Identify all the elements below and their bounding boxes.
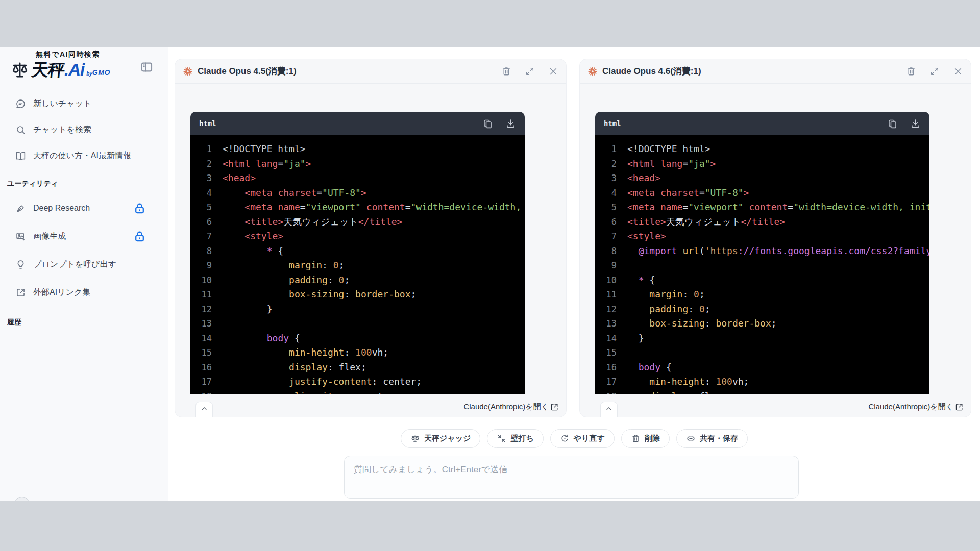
sidebar-toggle-icon[interactable] bbox=[140, 60, 154, 74]
code-actions bbox=[482, 118, 516, 129]
copy-code-icon[interactable] bbox=[887, 118, 898, 129]
toolbar-button-balance[interactable]: 天秤ジャッジ bbox=[401, 429, 480, 448]
lock-icon bbox=[133, 202, 146, 215]
line-number: 4 bbox=[190, 186, 212, 201]
collapse-panel-tab[interactable] bbox=[195, 402, 213, 417]
line-number: 18 bbox=[190, 389, 212, 395]
line-number: 12 bbox=[595, 302, 617, 317]
code-text: padding: 0; bbox=[627, 304, 710, 314]
line-number: 7 bbox=[595, 229, 617, 244]
code-actions bbox=[887, 118, 921, 129]
panel-title: Claude Opus 4.5(消費:1) bbox=[198, 65, 297, 77]
link-icon bbox=[686, 434, 696, 443]
panel-header: Claude Opus 4.6(消費:1) bbox=[580, 59, 971, 84]
code-line: 8 @import url('https://fonts.googleapis.… bbox=[595, 244, 929, 259]
close-panel-icon[interactable] bbox=[953, 66, 963, 77]
deep-research-icon bbox=[15, 203, 26, 214]
code-line: 1<!DOCTYPE html> bbox=[595, 142, 929, 157]
sidebar: 無料でAI同時検索 天秤 .Ai by GMO 新しいチャットチャットを検索天秤… bbox=[0, 47, 168, 501]
claude-starburst-icon bbox=[587, 66, 598, 77]
code-text: <head> bbox=[223, 172, 256, 183]
code-line: 13 bbox=[190, 316, 525, 331]
expand-panel-icon[interactable] bbox=[929, 66, 940, 77]
open-in-provider-link[interactable]: Claude(Anthropic)を開く bbox=[463, 402, 559, 412]
code-text: body { bbox=[223, 333, 300, 343]
line-number: 18 bbox=[595, 389, 617, 395]
code-line: 18 align-items: center; bbox=[190, 389, 525, 395]
composer bbox=[344, 456, 799, 499]
code-line: 9 bbox=[595, 258, 929, 273]
code-line: 12 padding: 0; bbox=[595, 302, 929, 317]
app-logo[interactable]: 天秤 .Ai by GMO bbox=[10, 59, 110, 81]
code-text: box-sizing: border-box; bbox=[223, 289, 416, 299]
code-body[interactable]: 1<!DOCTYPE html>2<html lang="ja">3<head>… bbox=[595, 135, 929, 394]
line-number: 5 bbox=[595, 200, 617, 215]
collapse-icon bbox=[497, 434, 506, 443]
code-text: <title>天気ウィジェット</title> bbox=[627, 216, 785, 227]
sidebar-item[interactable]: 新しいチャット bbox=[0, 96, 168, 111]
open-link-label: Claude(Anthropic)を開く bbox=[868, 402, 953, 412]
close-panel-icon[interactable] bbox=[548, 66, 558, 77]
sidebar-item-label: プロンプトを呼び出す bbox=[33, 259, 116, 270]
line-number: 16 bbox=[595, 360, 617, 375]
sidebar-item[interactable]: チャットを検索 bbox=[0, 122, 168, 137]
code-line: 3<head> bbox=[595, 171, 929, 186]
sidebar-item-label: 外部AIリンク集 bbox=[33, 287, 90, 298]
open-external-icon bbox=[550, 403, 559, 411]
expand-panel-icon[interactable] bbox=[525, 66, 535, 77]
toolbar-button-label: 共有・保存 bbox=[700, 434, 738, 443]
code-text: box-sizing: border-box; bbox=[627, 318, 777, 329]
copy-code-icon[interactable] bbox=[482, 118, 493, 129]
code-text: <!DOCTYPE html> bbox=[223, 143, 306, 154]
line-number: 2 bbox=[190, 157, 212, 171]
toolbar-button-link[interactable]: 共有・保存 bbox=[676, 429, 748, 448]
code-text: body { bbox=[627, 362, 672, 372]
top-gray-band bbox=[0, 0, 980, 47]
code-text: <html lang="ja"> bbox=[223, 158, 311, 169]
open-in-provider-link[interactable]: Claude(Anthropic)を開く bbox=[868, 402, 964, 412]
download-code-icon[interactable] bbox=[505, 118, 516, 129]
chat-icon bbox=[15, 98, 26, 109]
sidebar-item[interactable]: Deep Research bbox=[0, 201, 168, 216]
toolbar-button-label: 壁打ち bbox=[510, 434, 533, 443]
line-number: 10 bbox=[595, 273, 617, 288]
line-number: 3 bbox=[190, 171, 212, 186]
sidebar-item[interactable]: 外部AIリンク集 bbox=[0, 285, 168, 300]
line-number: 9 bbox=[190, 258, 212, 273]
line-number: 12 bbox=[190, 302, 212, 317]
claude-starburst-icon bbox=[183, 66, 193, 77]
code-line: 13 box-sizing: border-box; bbox=[595, 316, 929, 331]
code-text: <meta charset="UTF-8"> bbox=[627, 187, 749, 198]
external-icon bbox=[15, 287, 26, 298]
delete-panel-icon[interactable] bbox=[501, 66, 511, 77]
code-line: 10 padding: 0; bbox=[190, 273, 525, 288]
sidebar-nav-utilities: Deep Research画像生成プロンプトを呼び出す外部AIリンク集 bbox=[0, 201, 168, 313]
code-text: } bbox=[627, 333, 644, 343]
toolbar-button-collapse[interactable]: 壁打ち bbox=[487, 429, 543, 448]
toolbar-button-redo[interactable]: やり直す bbox=[550, 429, 615, 448]
sidebar-item[interactable]: 天秤の使い方・AI最新情報 bbox=[0, 148, 168, 163]
screen: 無料でAI同時検索 天秤 .Ai by GMO 新しいチャットチャットを検索天秤… bbox=[0, 0, 980, 551]
code-text: <title>天気ウィジェット</title> bbox=[223, 216, 402, 227]
code-text: min-height: 100vh; bbox=[223, 347, 388, 358]
code-text: min-height: 100vh; bbox=[627, 376, 749, 387]
toolbar-button-trash[interactable]: 削除 bbox=[621, 429, 670, 448]
line-number: 14 bbox=[595, 331, 617, 346]
balance-icon bbox=[410, 434, 420, 443]
code-text: <meta charset="UTF-8"> bbox=[223, 187, 366, 198]
main-area: Claude Opus 4.5(消費:1) html 1<!DOCTYPE ht… bbox=[168, 47, 980, 501]
line-number: 2 bbox=[595, 157, 617, 171]
sidebar-item[interactable]: プロンプトを呼び出す bbox=[0, 257, 168, 272]
code-body[interactable]: 1<!DOCTYPE html>2<html lang="ja">3<head>… bbox=[190, 135, 525, 394]
download-code-icon[interactable] bbox=[910, 118, 921, 129]
message-input[interactable] bbox=[344, 456, 799, 499]
code-line: 11 box-sizing: border-box; bbox=[190, 287, 525, 302]
sidebar-item[interactable]: 画像生成 bbox=[0, 229, 168, 244]
toolbar-button-label: 天秤ジャッジ bbox=[424, 434, 471, 443]
sidebar-item-label: Deep Research bbox=[33, 204, 90, 213]
collapse-panel-tab[interactable] bbox=[600, 402, 618, 417]
delete-panel-icon[interactable] bbox=[906, 66, 916, 77]
bottom-gray-band bbox=[0, 501, 980, 551]
line-number: 1 bbox=[595, 142, 617, 157]
code-language-label: html bbox=[604, 119, 621, 128]
